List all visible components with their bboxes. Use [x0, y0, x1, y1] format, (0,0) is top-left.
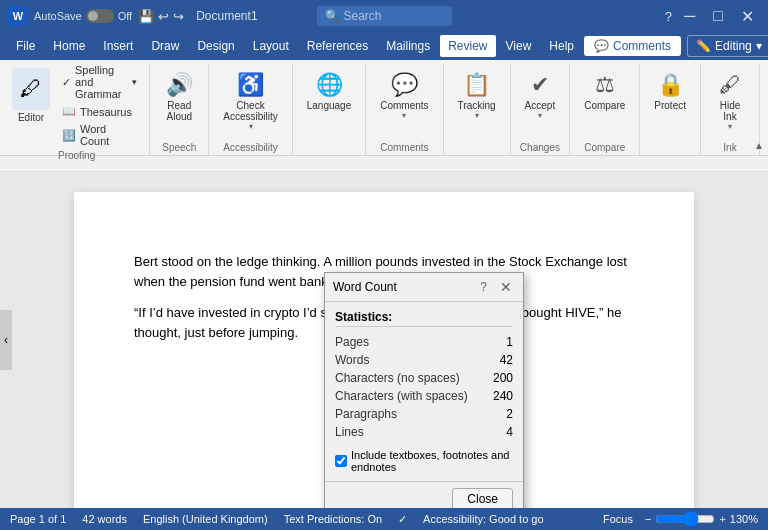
- menu-references[interactable]: References: [299, 35, 376, 57]
- zoom-in-icon[interactable]: +: [719, 513, 725, 525]
- side-collapse-btn[interactable]: ‹: [0, 310, 12, 370]
- predictions-status: Text Predictions: On: [284, 513, 382, 525]
- speech-group: 🔊 ReadAloud Speech: [154, 64, 209, 155]
- filename: Document1: [196, 9, 257, 23]
- status-bar: Page 1 of 1 42 words English (United Kin…: [0, 508, 768, 530]
- accept-btn[interactable]: ✔ Accept ▾: [519, 68, 562, 124]
- menu-draw[interactable]: Draw: [143, 35, 187, 57]
- speaker-icon: 🔊: [166, 72, 193, 98]
- include-textboxes-label: Include textboxes, footnotes and endnote…: [351, 449, 513, 473]
- editing-button[interactable]: ✏️ Editing ▾: [687, 35, 768, 57]
- minimize-button[interactable]: ─: [678, 7, 701, 25]
- focus-btn[interactable]: Focus: [603, 513, 633, 525]
- restore-button[interactable]: □: [707, 7, 729, 25]
- save-icon[interactable]: 💾: [138, 9, 154, 24]
- dialog-close-btn[interactable]: ✕: [497, 279, 515, 295]
- status-bar-right: Focus − + 130%: [603, 511, 758, 527]
- menu-design[interactable]: Design: [189, 35, 242, 57]
- close-button[interactable]: ✕: [735, 7, 760, 26]
- word-count-dialog: Word Count ? ✕ Statistics: Pages 1 Words…: [324, 272, 524, 508]
- accessibility-icon: ✓: [398, 513, 407, 526]
- language-status[interactable]: English (United Kingdom): [143, 513, 268, 525]
- menu-layout[interactable]: Layout: [245, 35, 297, 57]
- accessibility-arrow: ▾: [249, 122, 253, 131]
- accessibility-status: Accessibility: Good to go: [423, 513, 543, 525]
- word-logo: W: [8, 6, 28, 26]
- title-bar-controls: ? ─ □ ✕: [452, 7, 761, 26]
- menu-mailings[interactable]: Mailings: [378, 35, 438, 57]
- menu-help[interactable]: Help: [541, 35, 582, 57]
- comments-group-label: Comments: [380, 142, 428, 155]
- stat-words: Words 42: [335, 351, 513, 369]
- speech-label: Speech: [162, 142, 196, 155]
- changes-label: Changes: [520, 142, 560, 155]
- check-accessibility-btn[interactable]: ♿ CheckAccessibility ▾: [217, 68, 283, 135]
- language-label: Language: [307, 100, 352, 111]
- wordcount-icon: 🔢: [62, 129, 76, 142]
- menu-insert[interactable]: Insert: [95, 35, 141, 57]
- menu-home[interactable]: Home: [45, 35, 93, 57]
- ink-group: 🖋 HideInk ▾ Ink: [705, 64, 760, 155]
- pages-value: 1: [506, 335, 513, 349]
- ribbon: 🖊 Editor ✓ Spelling and Grammar ▾ 📖 Thes…: [0, 60, 768, 156]
- spelling-grammar-btn[interactable]: ✓ Spelling and Grammar ▾: [58, 62, 141, 102]
- autosave-toggle[interactable]: [86, 9, 114, 23]
- undo-icon[interactable]: ↩: [158, 9, 169, 24]
- search-box[interactable]: 🔍: [317, 6, 452, 26]
- ink-buttons: 🖋 HideInk ▾: [709, 68, 751, 135]
- zoom-control[interactable]: − + 130%: [645, 511, 758, 527]
- menu-file[interactable]: File: [8, 35, 43, 57]
- language-btn[interactable]: 🌐 Language: [301, 68, 358, 115]
- compare-btn[interactable]: ⚖ Compare: [578, 68, 631, 115]
- search-input[interactable]: [344, 9, 444, 23]
- dialog-controls: ? ✕: [480, 279, 515, 295]
- dialog-footer: Close: [325, 481, 523, 508]
- tracking-buttons: 📋 Tracking ▾: [452, 68, 502, 124]
- document-page[interactable]: Bert stood on the ledge thinking. A mill…: [74, 192, 694, 508]
- editor-label: Editor: [18, 112, 44, 123]
- accept-label: Accept: [525, 100, 556, 111]
- comments-ribbon-btn[interactable]: 💬 Comments ▾: [374, 68, 434, 124]
- dialog-close-button[interactable]: Close: [452, 488, 513, 508]
- autosave-state: Off: [118, 10, 132, 22]
- accept-arrow: ▾: [538, 111, 542, 120]
- redo-icon[interactable]: ↪: [173, 9, 184, 24]
- read-aloud-label: ReadAloud: [166, 100, 192, 122]
- zoom-slider[interactable]: [655, 511, 715, 527]
- hide-ink-btn[interactable]: 🖋 HideInk ▾: [709, 68, 751, 135]
- thesaurus-btn[interactable]: 📖 Thesaurus: [58, 103, 141, 120]
- wordcount-label: Word Count: [80, 123, 137, 147]
- accessibility-buttons: ♿ CheckAccessibility ▾: [217, 68, 283, 135]
- menu-view[interactable]: View: [498, 35, 540, 57]
- read-aloud-btn[interactable]: 🔊 ReadAloud: [158, 68, 200, 126]
- title-bar-left: W AutoSave Off 💾 ↩ ↪ Document1: [8, 6, 317, 26]
- stat-lines: Lines 4: [335, 423, 513, 441]
- paragraphs-value: 2: [506, 407, 513, 421]
- help-icon[interactable]: ?: [665, 9, 672, 24]
- accept-icon: ✔: [531, 72, 549, 98]
- stat-pages: Pages 1: [335, 333, 513, 351]
- editor-btn[interactable]: 🖊 Editor: [8, 64, 54, 155]
- include-textboxes-checkbox[interactable]: [335, 455, 347, 467]
- search-icon: 🔍: [325, 9, 340, 23]
- tracking-group: 📋 Tracking ▾: [448, 64, 511, 155]
- word-count-btn[interactable]: 🔢 Word Count: [58, 121, 141, 149]
- thesaurus-label: Thesaurus: [80, 106, 132, 118]
- protect-btn[interactable]: 🔒 Protect: [648, 68, 692, 115]
- stat-chars-nospace: Characters (no spaces) 200: [335, 369, 513, 387]
- menu-review[interactable]: Review: [440, 35, 495, 57]
- dialog-title: Word Count: [333, 280, 397, 294]
- tracking-btn[interactable]: 📋 Tracking ▾: [452, 68, 502, 124]
- dialog-help[interactable]: ?: [480, 280, 487, 294]
- dialog-overlay: Word Count ? ✕ Statistics: Pages 1 Words…: [74, 192, 694, 508]
- zoom-out-icon[interactable]: −: [645, 513, 651, 525]
- tracking-arrow: ▾: [475, 111, 479, 120]
- comments-button[interactable]: 💬 Comments: [584, 36, 681, 56]
- ribbon-collapse-btn[interactable]: ▲: [754, 140, 764, 151]
- proofing-label: Proofing: [58, 150, 141, 161]
- autosave-label: AutoSave: [34, 10, 82, 22]
- paragraphs-label: Paragraphs: [335, 407, 397, 421]
- title-bar: W AutoSave Off 💾 ↩ ↪ Document1 🔍 ? ─ □ ✕: [0, 0, 768, 32]
- page-info: Page 1 of 1: [10, 513, 66, 525]
- word-count-status: 42 words: [82, 513, 127, 525]
